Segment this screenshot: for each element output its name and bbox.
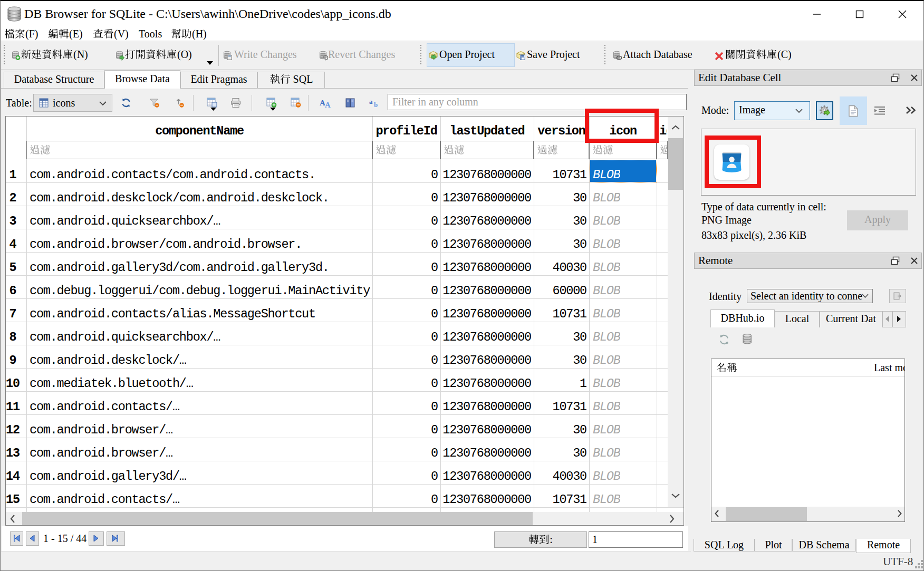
- svg-text:b: b: [374, 101, 378, 108]
- svg-text:a: a: [369, 98, 373, 105]
- svg-text:A: A: [325, 101, 331, 108]
